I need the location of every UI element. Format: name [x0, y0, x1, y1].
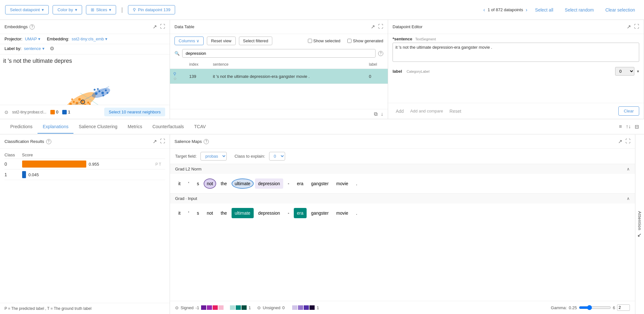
token-apos-gi: '	[185, 208, 192, 218]
fullscreen-icon3[interactable]: ⛶	[634, 24, 639, 30]
svg-point-15	[101, 92, 104, 94]
unsigned-icon: ⊙	[257, 305, 261, 310]
menu-icon[interactable]: ≡	[619, 124, 622, 130]
download-icon[interactable]: ↓	[381, 111, 383, 117]
row-star-icon[interactable]: ☆	[173, 76, 177, 81]
show-selected-checkbox[interactable]: Show selected	[308, 38, 341, 43]
tab-predictions[interactable]: Predictions	[5, 120, 38, 134]
pin-datapoint-btn[interactable]: ⚲ Pin datapoint 139	[128, 5, 175, 14]
select-datapoint-btn[interactable]: Select datapoint ▾	[5, 5, 49, 14]
color-by-label: Color by	[57, 7, 73, 12]
col-label: label	[366, 60, 388, 69]
expand-icon5[interactable]: ↗	[618, 138, 622, 145]
layout-icon[interactable]: ⊟	[635, 124, 639, 130]
expand-icon4[interactable]: ↗	[153, 138, 157, 145]
slices-btn[interactable]: ⊞ Slices ▾	[86, 5, 116, 14]
reset-view-btn[interactable]: Reset view	[207, 37, 236, 45]
fullscreen-icon2[interactable]: ⛶	[378, 24, 383, 30]
tab-counterfactuals[interactable]: Counterfactuals	[147, 120, 189, 134]
svg-point-8	[78, 98, 81, 101]
tab-tcav[interactable]: TCAV	[189, 120, 211, 134]
grad-input-section: Grad · Input ∧ it ' s not the ultimate d…	[170, 193, 635, 223]
row-icons: ⚲ ☆	[170, 69, 186, 84]
token-not-gi: not	[204, 208, 216, 218]
gamma-slider[interactable]	[579, 305, 611, 310]
add-btn[interactable]: Add	[393, 107, 407, 116]
class-explain-select[interactable]: 0 1	[269, 152, 285, 161]
projector-select[interactable]: UMAP ▾	[25, 37, 41, 41]
fullscreen-icon5[interactable]: ⛶	[625, 138, 631, 145]
cls-info-icon[interactable]: ?	[46, 139, 51, 144]
cls-footer: P = The predicted label , T = The ground…	[0, 303, 170, 314]
datapoint-editor-title: Datapoint Editor	[393, 24, 422, 29]
cls-row-0: 0 0.955 P T	[4, 159, 165, 169]
data-table-panel: Data Table ↗ ⛶ Columns ∨ Reset view Sele…	[170, 20, 388, 119]
attention-label: Attention	[637, 211, 642, 230]
grad-input-tokens: it ' s not the ultimate depression - era…	[170, 203, 635, 223]
col-sentence: sentence	[210, 60, 366, 69]
target-field-select[interactable]: probas	[200, 152, 227, 161]
clear-selection-btn[interactable]: Clear selection	[601, 5, 639, 14]
show-generated-checkbox[interactable]: Show generated	[347, 38, 383, 43]
label-by-select[interactable]: sentence ▾	[24, 46, 45, 51]
select-random-btn[interactable]: Select random	[561, 5, 597, 14]
label-select[interactable]: 0 1	[615, 67, 634, 76]
attention-side-tab[interactable]: Attention ↘	[635, 135, 644, 314]
grad-input-chevron[interactable]: ∧	[627, 196, 630, 201]
expand-icon3[interactable]: ↗	[627, 24, 631, 30]
table-row[interactable]: ⚲ ☆ 139 it 's not the ultimate depressio…	[170, 69, 388, 84]
data-table-title: Data Table	[174, 24, 194, 29]
dropdown-arrow-icon2: ▾	[75, 7, 77, 12]
cls-pt-1	[155, 169, 165, 180]
search-input[interactable]	[182, 49, 376, 58]
fullscreen-icon4[interactable]: ⛶	[160, 138, 165, 145]
token-ultimate-gi: ultimate	[232, 208, 254, 218]
embeddings-viz-label: it 's not the ultimate depres	[3, 58, 72, 64]
clear-btn[interactable]: Clear	[618, 106, 639, 116]
sort-icon[interactable]: ↑↓	[626, 124, 631, 130]
token-gangster-gi: gangster	[308, 208, 332, 218]
grad-input-header[interactable]: Grad · Input ∧	[170, 194, 635, 203]
select-filtered-btn[interactable]: Select filtered	[239, 37, 273, 45]
label-by-label: Label by:	[4, 46, 21, 51]
search-info-icon[interactable]: ?	[378, 51, 383, 56]
nav-text: 1 of 872 datapoints	[487, 7, 523, 12]
select-all-btn[interactable]: Select all	[531, 5, 557, 14]
row-pin-icon[interactable]: ⚲	[173, 71, 176, 76]
settings-icon[interactable]: ⚙	[50, 45, 54, 52]
field-type-badge: TextSegment	[415, 37, 436, 41]
nav-prev-btn[interactable]: ‹	[483, 7, 485, 13]
row-label: 0	[366, 69, 388, 84]
grad-l2-header[interactable]: Grad L2 Norm ∧	[170, 164, 635, 174]
reset-btn[interactable]: Reset	[446, 107, 465, 116]
grad-l2-chevron[interactable]: ∧	[627, 167, 630, 171]
gamma-input[interactable]	[617, 304, 630, 311]
top-toolbar: Select datapoint ▾ Color by ▾ ⊞ Slices ▾…	[0, 0, 644, 20]
tab-explanations[interactable]: Explanations	[38, 120, 73, 134]
sentence-field-input[interactable]: it 's not the ultimate depression-era ga…	[393, 43, 639, 62]
scatter-plot[interactable]	[6, 67, 154, 105]
columns-btn[interactable]: Columns ∨	[174, 37, 204, 45]
token-it-gi: it	[175, 208, 184, 218]
salience-info-icon[interactable]: ?	[204, 139, 209, 144]
expand-icon[interactable]: ↗	[153, 24, 157, 30]
tab-salience-clustering[interactable]: Salience Clustering	[73, 120, 123, 134]
dropdown-arrow3: ▾	[42, 46, 45, 51]
row-sentence: it 's not the ultimate depression-era ga…	[210, 69, 366, 84]
token-the-l2: the	[217, 178, 230, 189]
add-compare-btn[interactable]: Add and compare	[410, 109, 443, 113]
embeddings-info-icon[interactable]: ?	[30, 24, 35, 29]
fullscreen-icon[interactable]: ⛶	[160, 24, 165, 30]
data-table: index sentence label ⚲ ☆ 139 it 's	[170, 60, 388, 109]
label-select-row: label CategoryLabel 0 1 ▾	[393, 67, 639, 76]
nav-next-btn[interactable]: ›	[526, 7, 527, 13]
expand-icon2[interactable]: ↗	[371, 24, 375, 30]
unsigned-min: 0	[282, 305, 284, 310]
token-the-gi: the	[217, 208, 230, 218]
token-s-gi: s	[194, 208, 202, 218]
color-by-btn[interactable]: Color by ▾	[53, 5, 82, 14]
tab-metrics[interactable]: Metrics	[123, 120, 147, 134]
embedding-select[interactable]: sst2-tiny:cls_emb ▾	[72, 37, 107, 41]
neighbors-btn[interactable]: Select 10 nearest neighbors	[104, 108, 165, 116]
copy-icon[interactable]: ⧉	[374, 111, 377, 117]
